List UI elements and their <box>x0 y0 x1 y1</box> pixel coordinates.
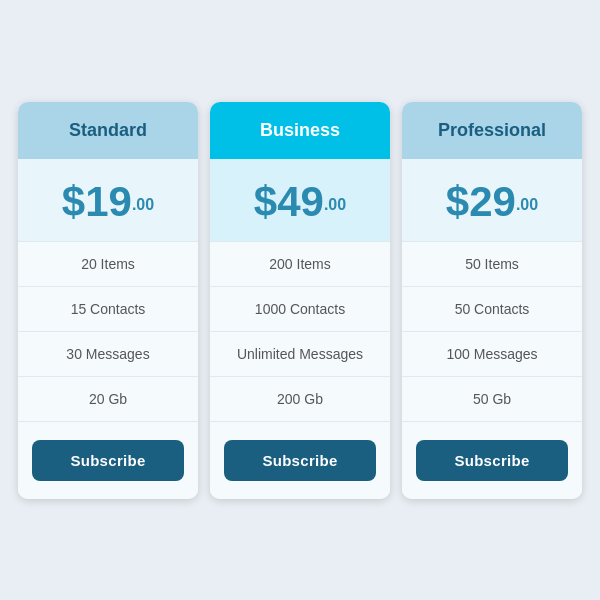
plan-price-professional: $29.00 <box>402 159 582 241</box>
subscribe-button-business[interactable]: Subscribe <box>224 440 376 481</box>
price-cents-standard: .00 <box>132 195 154 212</box>
feature-item-business-2: Unlimited Messages <box>210 331 390 376</box>
feature-item-standard-1: 15 Contacts <box>18 286 198 331</box>
feature-item-standard-2: 30 Messages <box>18 331 198 376</box>
subscribe-area-standard: Subscribe <box>18 421 198 499</box>
plan-header-professional: Professional <box>402 102 582 159</box>
feature-item-professional-0: 50 Items <box>402 241 582 286</box>
feature-item-standard-3: 20 Gb <box>18 376 198 421</box>
subscribe-area-business: Subscribe <box>210 421 390 499</box>
feature-item-business-1: 1000 Contacts <box>210 286 390 331</box>
feature-item-business-0: 200 Items <box>210 241 390 286</box>
subscribe-button-professional[interactable]: Subscribe <box>416 440 568 481</box>
feature-item-standard-0: 20 Items <box>18 241 198 286</box>
subscribe-button-standard[interactable]: Subscribe <box>32 440 184 481</box>
features-list-business: 200 Items1000 ContactsUnlimited Messages… <box>210 241 390 421</box>
plan-card-standard: Standard$19.0020 Items15 Contacts30 Mess… <box>18 102 198 499</box>
plan-card-business: Business$49.00200 Items1000 ContactsUnli… <box>210 102 390 499</box>
price-value-business: $49 <box>254 178 324 225</box>
plan-price-standard: $19.00 <box>18 159 198 241</box>
features-list-standard: 20 Items15 Contacts30 Messages20 Gb <box>18 241 198 421</box>
price-value-standard: $19 <box>62 178 132 225</box>
plan-price-business: $49.00 <box>210 159 390 241</box>
feature-item-business-3: 200 Gb <box>210 376 390 421</box>
price-cents-professional: .00 <box>516 195 538 212</box>
plan-header-standard: Standard <box>18 102 198 159</box>
price-cents-business: .00 <box>324 195 346 212</box>
subscribe-area-professional: Subscribe <box>402 421 582 499</box>
pricing-container: Standard$19.0020 Items15 Contacts30 Mess… <box>2 82 598 519</box>
feature-item-professional-3: 50 Gb <box>402 376 582 421</box>
feature-item-professional-2: 100 Messages <box>402 331 582 376</box>
plan-card-professional: Professional$29.0050 Items50 Contacts100… <box>402 102 582 499</box>
plan-header-business: Business <box>210 102 390 159</box>
price-value-professional: $29 <box>446 178 516 225</box>
feature-item-professional-1: 50 Contacts <box>402 286 582 331</box>
features-list-professional: 50 Items50 Contacts100 Messages50 Gb <box>402 241 582 421</box>
